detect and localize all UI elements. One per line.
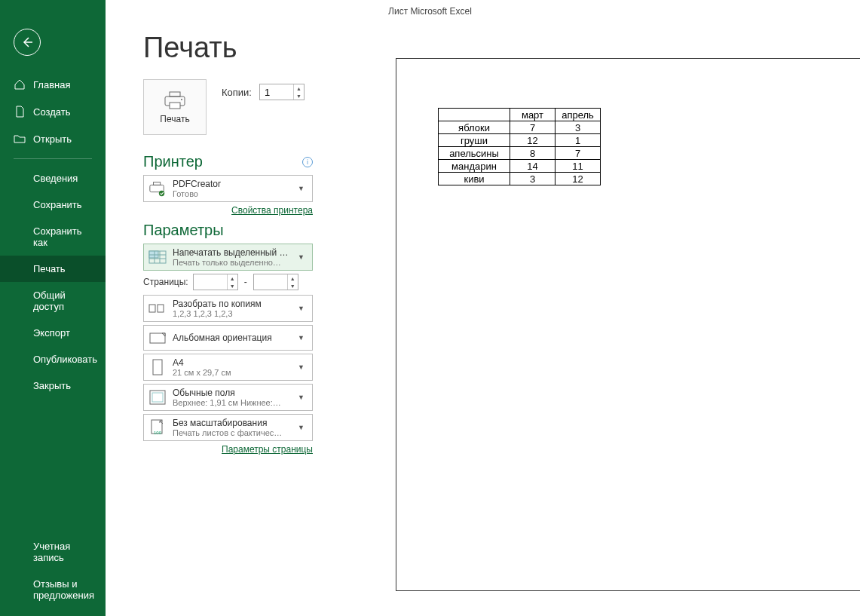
spinner-down-icon[interactable]: ▼: [288, 282, 298, 290]
sidebar-item-label: Сохранить: [33, 199, 82, 210]
sidebar-item-label: Закрыть: [33, 380, 71, 391]
printer-status: Готово: [173, 189, 289, 198]
spinner-up-icon[interactable]: ▲: [294, 84, 304, 92]
table-cell: апельсины: [439, 147, 510, 160]
table-cell: 12: [555, 173, 601, 185]
print-what-selector[interactable]: Напечатать выделенный ф… Печать только в…: [143, 244, 313, 271]
orientation-line1: Альбомная ориентация: [173, 333, 289, 343]
scaling-line2: Печать листов с фактичес…: [173, 428, 289, 437]
sidebar-item-share[interactable]: Общий доступ: [0, 282, 106, 320]
collate-line1: Разобрать по копиям: [173, 299, 289, 309]
page-setup-link[interactable]: Параметры страницы: [143, 444, 313, 455]
selection-icon: [148, 248, 167, 266]
sidebar-item-label: Печать: [33, 263, 66, 274]
margins-line1: Обычные поля: [173, 388, 289, 398]
sidebar-item-label: Сохранить как: [33, 225, 92, 248]
table-header: [439, 109, 510, 121]
table-cell: 14: [510, 160, 555, 173]
sidebar-item-publish[interactable]: Опубликовать: [0, 346, 106, 372]
paper-icon: [148, 358, 167, 376]
scaling-selector[interactable]: 100 Без масштабирования Печать листов с …: [143, 414, 313, 441]
svg-rect-2: [170, 103, 180, 109]
table-cell: 11: [555, 160, 601, 173]
chevron-down-icon: ▼: [295, 305, 308, 312]
collate-selector[interactable]: Разобрать по копиям 1,2,3 1,2,3 1,2,3 ▼: [143, 295, 313, 322]
sidebar-item-print[interactable]: Печать: [0, 256, 106, 282]
sidebar-item-close[interactable]: Закрыть: [0, 372, 106, 399]
margins-line2: Верхнее: 1,91 см Нижнее:…: [173, 398, 289, 407]
paper-selector[interactable]: A4 21 см x 29,7 см ▼: [143, 354, 313, 381]
table-cell: груши: [439, 134, 510, 147]
pages-from-input[interactable]: [194, 277, 224, 288]
svg-rect-15: [150, 333, 165, 343]
print-button-label: Печать: [160, 114, 189, 124]
pages-label: Страницы:: [143, 277, 188, 287]
sidebar-item-saveas[interactable]: Сохранить как: [0, 218, 106, 256]
backstage-sidebar: Главная Создать Открыть Сведения Сохрани…: [0, 0, 106, 616]
sidebar-item-label: Учетная запись: [33, 541, 92, 563]
orientation-selector[interactable]: Альбомная ориентация ▼: [143, 325, 313, 351]
copies-spinner[interactable]: ▲ ▼: [259, 84, 305, 100]
table-cell: мандарин: [439, 160, 510, 173]
sidebar-item-info[interactable]: Сведения: [0, 165, 106, 192]
table-cell: киви: [439, 173, 510, 185]
print-what-line2: Печать только выделенно…: [173, 258, 289, 267]
collate-line2: 1,2,3 1,2,3 1,2,3: [173, 309, 289, 318]
sidebar-item-label: Отзывы и предложения: [33, 578, 94, 601]
pages-from-spinner[interactable]: ▲▼: [193, 274, 238, 290]
table-row: мандарин1411: [439, 160, 601, 173]
copies-input[interactable]: [260, 87, 290, 98]
sidebar-item-label: Создать: [33, 106, 70, 118]
table-header: апрель: [555, 109, 601, 121]
sidebar-item-label: Сведения: [33, 173, 78, 184]
margins-selector[interactable]: Обычные поля Верхнее: 1,91 см Нижнее:… ▼: [143, 384, 313, 411]
spinner-up-icon[interactable]: ▲: [288, 274, 298, 282]
paper-line2: 21 см x 29,7 см: [173, 368, 289, 377]
folder-open-icon: [14, 133, 26, 145]
info-icon[interactable]: i: [302, 157, 313, 167]
table-row: груши121: [439, 134, 601, 147]
preview-table: мартапрельяблоки73груши121апельсины87ман…: [438, 108, 601, 185]
spinner-up-icon[interactable]: ▲: [228, 274, 237, 282]
sidebar-item-save[interactable]: Сохранить: [0, 192, 106, 218]
print-button[interactable]: Печать: [143, 79, 207, 135]
chevron-down-icon: ▼: [295, 334, 308, 342]
table-row: киви312: [439, 173, 601, 185]
chevron-down-icon: ▼: [295, 424, 308, 431]
preview-page: мартапрельяблоки73груши121апельсины87ман…: [438, 108, 601, 185]
printer-section-title: Принтер: [143, 153, 203, 170]
printer-properties-link[interactable]: Свойства принтера: [143, 205, 313, 216]
print-what-line1: Напечатать выделенный ф…: [173, 247, 289, 258]
sidebar-item-feedback[interactable]: Отзывы и предложения: [0, 571, 106, 608]
table-cell: 7: [510, 121, 555, 134]
table-row: апельсины87: [439, 147, 601, 160]
sidebar-item-export[interactable]: Экспорт: [0, 320, 106, 346]
landscape-icon: [148, 329, 167, 347]
svg-rect-16: [153, 360, 162, 375]
settings-section-title: Параметры: [143, 222, 313, 239]
sidebar-item-open[interactable]: Открыть: [0, 125, 106, 152]
margins-icon: [148, 388, 167, 406]
printer-name: PDFCreator: [173, 179, 289, 189]
chevron-down-icon: ▼: [295, 253, 308, 261]
table-cell: яблоки: [439, 121, 510, 134]
printer-icon: [162, 90, 188, 111]
sidebar-item-new[interactable]: Создать: [0, 98, 106, 125]
pages-to-input[interactable]: [254, 277, 284, 288]
back-button[interactable]: [14, 29, 41, 56]
file-icon: [14, 106, 26, 118]
printer-selector[interactable]: PDFCreator Готово ▼: [143, 175, 313, 202]
chevron-down-icon: ▼: [295, 185, 308, 192]
pages-to-spinner[interactable]: ▲▼: [253, 274, 298, 290]
spinner-down-icon[interactable]: ▼: [228, 282, 237, 290]
arrow-left-icon: [20, 35, 34, 49]
table-cell: 12: [510, 134, 555, 147]
scaling-line1: Без масштабирования: [173, 418, 289, 428]
spinner-down-icon[interactable]: ▼: [294, 92, 304, 100]
sidebar-item-home[interactable]: Главная: [0, 71, 106, 98]
svg-rect-1: [170, 92, 180, 97]
table-cell: 8: [510, 147, 555, 160]
chevron-down-icon: ▼: [295, 394, 308, 401]
sidebar-item-account[interactable]: Учетная запись: [0, 533, 106, 571]
print-preview: мартапрельяблоки73груши121апельсины87ман…: [396, 58, 860, 591]
